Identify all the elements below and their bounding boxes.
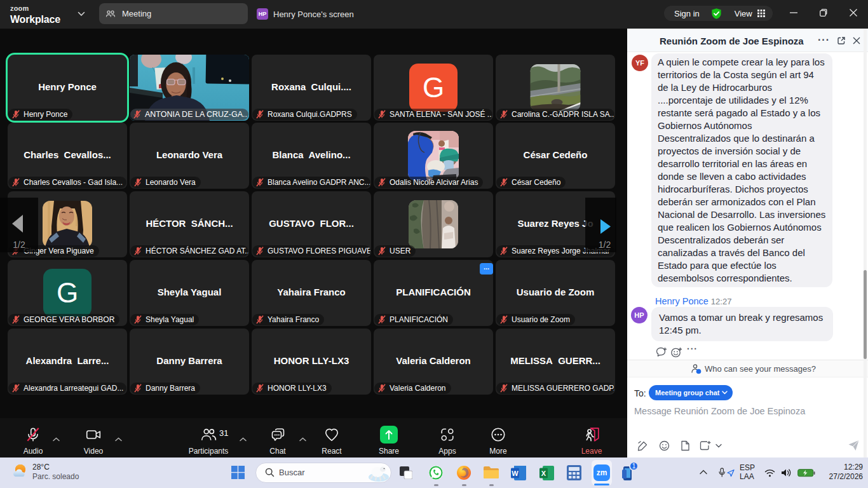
svg-text:X: X [541, 470, 546, 477]
svg-text:W: W [512, 470, 519, 477]
